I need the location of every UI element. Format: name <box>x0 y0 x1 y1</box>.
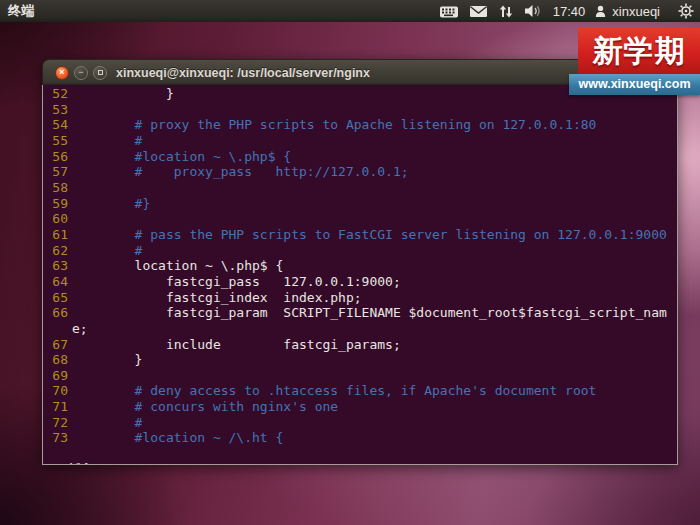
line-number: 63 <box>43 258 68 274</box>
volume-icon[interactable] <box>524 4 543 18</box>
code-line: #location ~ \.php$ { <box>72 149 291 165</box>
code-line: } <box>72 86 174 102</box>
vim-mode-indicator: -- 插入 -- <box>45 462 118 465</box>
keyboard-icon[interactable] <box>439 4 459 19</box>
terminal-content[interactable]: 52 }5354 # proxy the PHP scripts to Apac… <box>42 85 678 465</box>
editor-row: 54 # proxy the PHP scripts to Apache lis… <box>43 117 677 133</box>
line-number: 56 <box>43 149 68 165</box>
code-line: fastcgi_pass 127.0.0.1:9000; <box>72 274 401 290</box>
line-number: 69 <box>43 368 68 384</box>
editor-row: 60 <box>43 211 677 227</box>
terminal-window: × − xinxueqi@xinxueqi: /usr/local/server… <box>42 59 678 465</box>
maximize-icon <box>98 70 103 75</box>
line-number: 59 <box>43 196 68 212</box>
editor-row: 72 # <box>43 415 677 431</box>
user-icon[interactable] <box>595 5 606 18</box>
minimize-button[interactable]: − <box>74 66 88 80</box>
editor-row: 56 #location ~ \.php$ { <box>43 149 677 165</box>
line-number: 52 <box>43 86 68 102</box>
code-line: # proxy_pass http://127.0.0.1; <box>72 164 409 180</box>
editor-row: 70 # deny access to .htaccess files, if … <box>43 383 677 399</box>
code-line: e; <box>72 321 88 337</box>
code-line: fastcgi_param SCRIPT_FILENAME $document_… <box>72 305 667 321</box>
panel-app-title[interactable]: 终端 <box>8 2 35 20</box>
line-number: 55 <box>43 133 68 149</box>
line-number: 62 <box>43 243 68 259</box>
line-number: 73 <box>43 430 68 446</box>
username-label[interactable]: xinxueqi <box>612 4 660 19</box>
promo-banner-url: www.xinxueqi.com <box>569 74 700 95</box>
editor-row: 64 fastcgi_pass 127.0.0.1:9000; <box>43 274 677 290</box>
power-gear-icon[interactable] <box>678 3 694 19</box>
code-line: #location ~ /\.ht { <box>72 430 283 446</box>
code-line: fastcgi_index index.php; <box>72 290 362 306</box>
code-line: location ~ \.php$ { <box>72 258 283 274</box>
editor-row: 59 #} <box>43 196 677 212</box>
code-line: # <box>72 133 142 149</box>
line-number: 61 <box>43 227 68 243</box>
updown-arrows-icon[interactable] <box>498 4 514 19</box>
line-number: 71 <box>43 399 68 415</box>
editor-rows: 52 }5354 # proxy the PHP scripts to Apac… <box>43 86 677 446</box>
promo-banner-title: 新学期 <box>578 28 700 74</box>
vim-statusline: -- 插入 -- 63,10 54% <box>43 446 677 462</box>
code-line: include fastcgi_params; <box>72 337 401 353</box>
mail-icon[interactable] <box>469 4 488 18</box>
code-line: # proxy the PHP scripts to Apache listen… <box>72 117 596 133</box>
line-number: 60 <box>43 211 68 227</box>
top-panel: 终端 <box>0 0 700 22</box>
code-line: } <box>72 352 142 368</box>
maximize-button[interactable] <box>93 66 107 80</box>
line-number: 58 <box>43 180 68 196</box>
code-line: #} <box>72 196 150 212</box>
line-number: 64 <box>43 274 68 290</box>
editor-row: e; <box>43 321 677 337</box>
editor-row: 68 } <box>43 352 677 368</box>
line-number: 53 <box>43 102 68 118</box>
code-line: # pass the PHP scripts to FastCGI server… <box>72 227 667 243</box>
code-line: # concurs with nginx's one <box>72 399 338 415</box>
code-line: # <box>72 415 142 431</box>
editor-row: 63 location ~ \.php$ { <box>43 258 677 274</box>
line-number: 54 <box>43 117 68 133</box>
editor-row: 69 <box>43 368 677 384</box>
line-number: 65 <box>43 290 68 306</box>
code-line: # <box>72 243 142 259</box>
editor-row: 53 <box>43 102 677 118</box>
editor-row: 57 # proxy_pass http://127.0.0.1; <box>43 164 677 180</box>
editor-row: 67 include fastcgi_params; <box>43 337 677 353</box>
line-number: 70 <box>43 383 68 399</box>
line-number: 68 <box>43 352 68 368</box>
line-number: 57 <box>43 164 68 180</box>
system-tray: 17:40 xinxueqi <box>439 3 694 19</box>
editor-row: 73 #location ~ /\.ht { <box>43 430 677 446</box>
close-button[interactable]: × <box>55 66 69 80</box>
code-line: # deny access to .htaccess files, if Apa… <box>72 383 596 399</box>
editor-row: 71 # concurs with nginx's one <box>43 399 677 415</box>
window-title: xinxueqi@xinxueqi: /usr/local/server/ngi… <box>116 66 370 80</box>
editor-row: 65 fastcgi_index index.php; <box>43 290 677 306</box>
line-number <box>43 321 68 337</box>
clock[interactable]: 17:40 <box>553 4 586 19</box>
promo-banner: 新学期 www.xinxueqi.com <box>569 28 700 95</box>
editor-row: 66 fastcgi_param SCRIPT_FILENAME $docume… <box>43 305 677 321</box>
line-number: 72 <box>43 415 68 431</box>
editor-row: 62 # <box>43 243 677 259</box>
editor-row: 55 # <box>43 133 677 149</box>
editor-row: 58 <box>43 180 677 196</box>
line-number: 66 <box>43 305 68 321</box>
editor-row: 61 # pass the PHP scripts to FastCGI ser… <box>43 227 677 243</box>
line-number: 67 <box>43 337 68 353</box>
